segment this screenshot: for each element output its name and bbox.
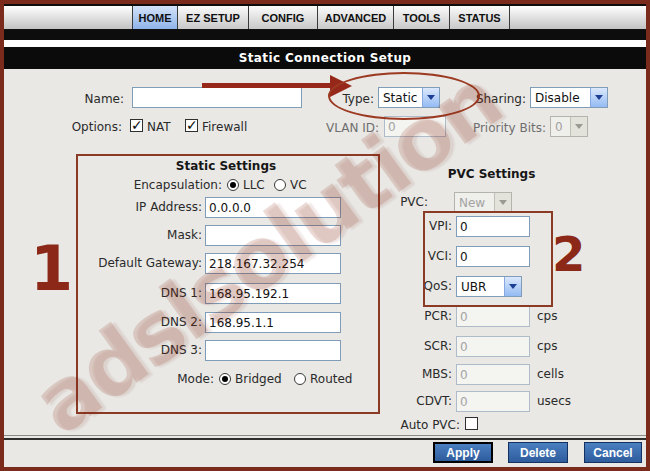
dns3-label: DNS 3:: [80, 343, 202, 357]
cdvt-unit: usecs: [537, 394, 571, 408]
annotation-arrow-shaft: [202, 83, 330, 88]
qos-select-value: UBR: [457, 277, 504, 296]
vc-radio[interactable]: [274, 179, 286, 191]
vlan-id-label: VLAN ID:: [299, 121, 379, 135]
white-strip: [4, 40, 646, 47]
bridged-label: Bridged: [235, 372, 287, 386]
tab-label: ADVANCED: [325, 12, 387, 24]
dns2-label: DNS 2:: [80, 315, 202, 329]
section-divider: [4, 435, 646, 440]
routed-radio[interactable]: [294, 373, 306, 385]
priority-bits-label: Priority Bits:: [452, 121, 546, 135]
ip-address-label: IP Address:: [80, 200, 202, 214]
dns3-input[interactable]: [205, 340, 341, 361]
router-config-window: HOME EZ SETUP CONFIG ADVANCED TOOLS STAT…: [0, 0, 650, 471]
tab-ez-setup[interactable]: EZ SETUP: [178, 6, 249, 29]
priority-bits-value: 0: [551, 117, 570, 136]
scr-label: SCR:: [384, 339, 452, 353]
step2-number: 2: [552, 230, 585, 278]
sharing-select[interactable]: Disable: [530, 87, 608, 108]
priority-bits-select: 0: [550, 116, 588, 137]
mid-black-strip: [4, 30, 646, 40]
encapsulation-label: Encapsulation:: [80, 178, 222, 192]
vci-label: VCI:: [384, 249, 452, 263]
tab-tools[interactable]: TOOLS: [394, 6, 450, 29]
firewall-checkbox[interactable]: [185, 119, 198, 132]
step1-number: 1: [30, 238, 73, 300]
qos-select[interactable]: UBR: [456, 276, 522, 297]
routed-label: Routed: [310, 372, 360, 386]
chevron-down-icon: [494, 193, 511, 212]
llc-label: LLC: [243, 178, 271, 192]
tab-config[interactable]: CONFIG: [249, 6, 318, 29]
mbs-unit: cells: [537, 367, 564, 381]
firewall-label: Firewall: [202, 120, 258, 134]
tab-advanced[interactable]: ADVANCED: [318, 6, 394, 29]
pcr-input: [456, 306, 530, 327]
vci-input[interactable]: [456, 246, 530, 267]
cancel-button[interactable]: Cancel: [584, 442, 642, 463]
qos-label: QoS:: [384, 279, 452, 293]
vpi-input[interactable]: [456, 216, 530, 237]
apply-button[interactable]: Apply: [433, 442, 493, 463]
scr-input: [456, 336, 530, 357]
auto-pvc-label: Auto PVC:: [360, 418, 460, 432]
page-title: Static Connection Setup: [239, 51, 412, 65]
chevron-down-icon: [422, 88, 439, 107]
default-gateway-label: Default Gateway:: [80, 256, 202, 270]
tab-home[interactable]: HOME: [132, 6, 178, 29]
default-gateway-input[interactable]: [205, 253, 341, 274]
pvc-settings-title: PVC Settings: [419, 167, 564, 181]
llc-radio[interactable]: [227, 179, 239, 191]
delete-button[interactable]: Delete: [508, 442, 568, 463]
tab-label: EZ SETUP: [186, 12, 240, 24]
nat-checkbox[interactable]: [130, 119, 143, 132]
mode-label: Mode:: [114, 372, 214, 386]
tab-label: HOME: [139, 12, 172, 24]
mbs-input: [456, 364, 530, 385]
sharing-label: Sharing:: [454, 92, 526, 106]
chevron-down-icon: [504, 277, 521, 296]
static-settings-title: Static Settings: [76, 159, 376, 173]
pcr-label: PCR:: [384, 309, 452, 323]
options-label: Options:: [24, 120, 122, 134]
dns2-input[interactable]: [205, 312, 341, 333]
vc-label: VC: [290, 178, 314, 192]
chevron-down-icon: [590, 88, 607, 107]
name-label: Name:: [44, 92, 124, 106]
tab-label: CONFIG: [262, 12, 305, 24]
mask-label: Mask:: [80, 228, 202, 242]
pvc-label: PVC:: [350, 195, 428, 209]
dns1-input[interactable]: [205, 283, 341, 304]
pvc-select-value: New: [455, 193, 494, 212]
dns1-label: DNS 1:: [80, 286, 202, 300]
mask-input[interactable]: [205, 225, 341, 246]
type-select-value: Static: [379, 88, 422, 107]
ip-address-input[interactable]: [205, 197, 341, 218]
cdvt-label: CDVT:: [384, 394, 452, 408]
sharing-select-value: Disable: [531, 88, 590, 107]
auto-pvc-checkbox[interactable]: [465, 417, 478, 430]
page-title-bar: Static Connection Setup: [4, 47, 646, 69]
scr-unit: cps: [537, 339, 557, 353]
bridged-radio[interactable]: [219, 373, 231, 385]
name-input[interactable]: [132, 87, 302, 108]
vlan-id-input: [384, 116, 446, 137]
pcr-unit: cps: [537, 309, 557, 323]
mbs-label: MBS:: [384, 367, 452, 381]
type-select[interactable]: Static: [378, 87, 440, 108]
vpi-label: VPI:: [384, 219, 452, 233]
annotation-arrow-icon: [330, 75, 352, 97]
cdvt-input: [456, 391, 530, 412]
tab-label: STATUS: [458, 12, 500, 24]
pvc-select: New: [454, 192, 512, 213]
tab-label: TOOLS: [403, 12, 441, 24]
main-nav: HOME EZ SETUP CONFIG ADVANCED TOOLS STAT…: [4, 6, 646, 30]
nat-label: NAT: [147, 120, 177, 134]
chevron-down-icon: [570, 117, 587, 136]
tab-status[interactable]: STATUS: [450, 6, 510, 29]
